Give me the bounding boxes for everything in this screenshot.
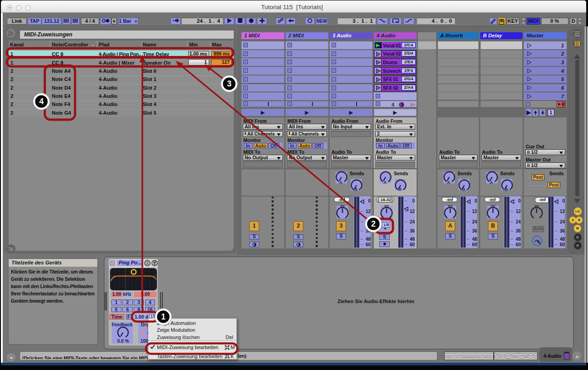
svg-text:3: 3 xyxy=(227,79,231,88)
svg-text:2: 2 xyxy=(371,219,376,228)
svg-text:1: 1 xyxy=(161,312,166,321)
svg-text:4: 4 xyxy=(39,97,44,106)
